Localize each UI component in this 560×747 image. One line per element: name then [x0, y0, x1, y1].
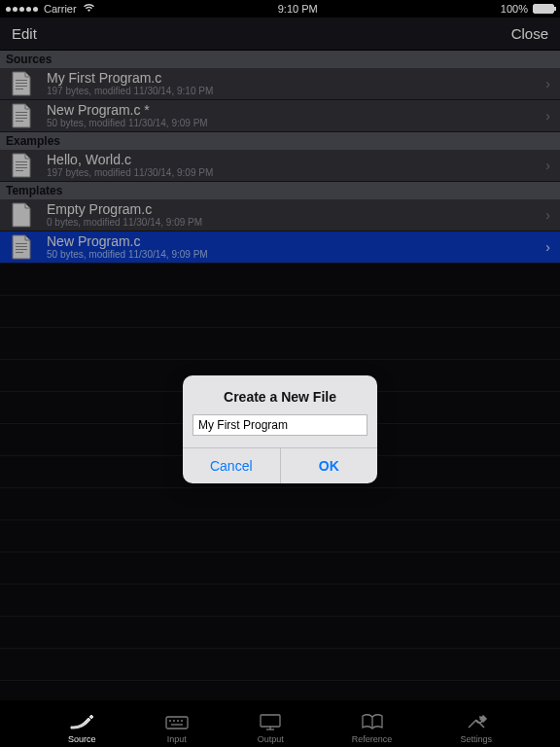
status-bar: Carrier 9:10 PM 100%: [0, 0, 560, 18]
tab-bar: Source Input Output Reference Settings: [0, 700, 560, 747]
status-left: Carrier: [6, 3, 95, 15]
edit-button[interactable]: Edit: [12, 25, 37, 42]
dialog-buttons: Cancel OK: [183, 447, 377, 483]
pen-icon: [69, 711, 94, 732]
close-button[interactable]: Close: [511, 25, 548, 42]
tab-output[interactable]: Output: [258, 711, 284, 744]
filename-input[interactable]: [192, 414, 368, 436]
keyboard-icon: [164, 711, 190, 732]
tab-reference[interactable]: Reference: [352, 711, 393, 744]
tab-label: Input: [167, 734, 187, 744]
nav-bar: Edit Close: [0, 18, 560, 51]
wifi-icon: [83, 3, 95, 15]
book-icon: [360, 711, 385, 732]
ok-button[interactable]: OK: [280, 448, 378, 483]
battery-icon: [533, 4, 554, 14]
tab-label: Settings: [460, 734, 492, 744]
dialog-input-wrap: [183, 414, 377, 447]
tab-settings[interactable]: Settings: [460, 711, 492, 744]
monitor-icon: [258, 711, 283, 732]
svg-rect-16: [166, 717, 188, 729]
battery-percent: 100%: [501, 3, 528, 15]
signal-icon: [6, 7, 38, 12]
status-right: 100%: [501, 3, 554, 15]
svg-rect-22: [261, 715, 280, 727]
cancel-button[interactable]: Cancel: [183, 448, 280, 483]
dialog-title: Create a New File: [183, 375, 377, 414]
file-list: Sources My First Program.c 197 bytes, mo…: [0, 51, 560, 700]
tab-source[interactable]: Source: [68, 711, 96, 744]
status-time: 9:10 PM: [278, 3, 318, 15]
tab-label: Source: [68, 734, 96, 744]
carrier-label: Carrier: [44, 3, 77, 15]
new-file-dialog: Create a New File Cancel OK: [183, 375, 377, 483]
tools-icon: [464, 711, 489, 732]
tab-input[interactable]: Input: [164, 711, 190, 744]
tab-label: Output: [258, 734, 284, 744]
tab-label: Reference: [352, 734, 393, 744]
